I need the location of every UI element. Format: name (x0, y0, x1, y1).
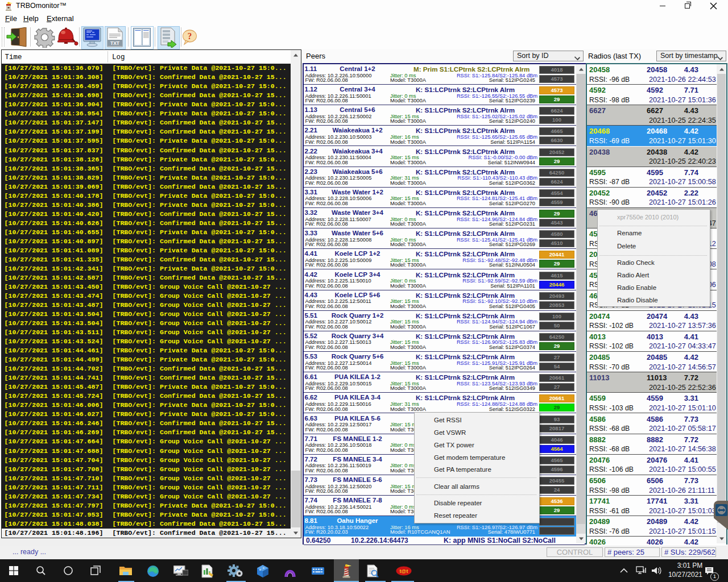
svg-text:TXT: TXT (110, 40, 120, 46)
svg-text:t@t: t@t (400, 568, 408, 574)
svg-text:?: ? (188, 31, 192, 41)
